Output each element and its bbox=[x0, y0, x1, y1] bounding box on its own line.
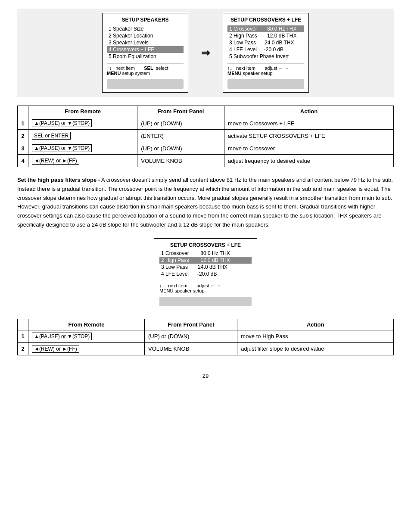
crossover-item-4: 4 LFE Level -20.0 dB bbox=[227, 46, 304, 53]
remote-cell: ▲(PAUSE) or ▼(STOP) bbox=[28, 330, 145, 342]
speaker-item-2: 2 Speaker Location bbox=[107, 32, 184, 39]
table-1: From Remote From Front Panel Action 1 ▲(… bbox=[17, 106, 394, 167]
remote-cell: ◄(REW) or ►(FF) bbox=[28, 342, 145, 355]
remote-cell: ◄(REW) or ►(FF) bbox=[28, 155, 137, 167]
table1-col2-header: From Front Panel bbox=[137, 106, 224, 117]
speaker-item-3: 3 Speaker Levels bbox=[107, 39, 184, 46]
table1-col0-header bbox=[18, 106, 28, 117]
table-row: 4 ◄(REW) or ►(FF) VOLUME KNOB adjust fre… bbox=[18, 155, 394, 167]
table2-col0-header bbox=[18, 319, 28, 330]
table-row: 1 ▲(PAUSE) or ▼(STOP) (UP) or (DOWN) mov… bbox=[18, 117, 394, 130]
table2-header-row: From Remote From Front Panel Action bbox=[18, 319, 394, 330]
table2-col1-header: From Remote bbox=[28, 319, 145, 330]
right-nav-hint: ↑↓ next item adjust ← → MENU speaker set… bbox=[227, 63, 304, 76]
center-display-bar bbox=[159, 297, 252, 306]
left-display-bar bbox=[107, 79, 184, 89]
table-2: From Remote From Front Panel Action 1 ▲(… bbox=[17, 319, 394, 355]
remote-cell: ▲(PAUSE) or ▼(STOP) bbox=[28, 142, 137, 155]
action-cell: activate SETUP CROSSOVERS + LFE bbox=[224, 130, 394, 142]
table-row: 2 ◄(REW) or ►(FF) VOLUME KNOB adjust fil… bbox=[18, 342, 394, 355]
crossover-item-3: 3 Low Pass 24.0 dB THX bbox=[227, 39, 304, 46]
panel-cell: VOLUME KNOB bbox=[145, 342, 237, 355]
remote-cell: SEL or ENTER bbox=[28, 130, 137, 142]
setup-speakers-title: SETUP SPEAKERS bbox=[107, 17, 184, 23]
top-diagram: SETUP SPEAKERS 1 Speaker Size 2 Speaker … bbox=[17, 9, 394, 97]
panel-cell: (UP) or (DOWN) bbox=[137, 142, 224, 155]
body-text-content: A crossover doesn't simply send all cont… bbox=[17, 177, 393, 228]
center-item-3: 3 Low Pass 24.0 dB THX bbox=[159, 264, 252, 271]
row-num: 2 bbox=[18, 130, 28, 142]
center-item-1: 1 Crossover 80.0 Hz THX bbox=[159, 250, 252, 257]
arrow-icon: ⇒ bbox=[201, 47, 210, 59]
left-nav-hint: ↑↓ next item SEL select MENU setup syste… bbox=[107, 63, 184, 76]
center-nav-hint: ↑↓ next item adjust ← → MENU speaker set… bbox=[159, 281, 252, 293]
setup-speakers-box: SETUP SPEAKERS 1 Speaker Size 2 Speaker … bbox=[102, 13, 188, 93]
body-text: Set the high pass filters slope - A cros… bbox=[17, 176, 394, 230]
action-cell: move to High Pass bbox=[237, 330, 394, 342]
panel-cell: (UP) or (DOWN) bbox=[137, 117, 224, 130]
row-num: 1 bbox=[18, 330, 28, 342]
table1-header-row: From Remote From Front Panel Action bbox=[18, 106, 394, 117]
action-cell: adjust frequency to desired value bbox=[224, 155, 394, 167]
panel-cell: (UP) or (DOWN) bbox=[145, 330, 237, 342]
setup-crossovers-title: SETUP CROSSOVERS + LFE bbox=[227, 17, 304, 23]
crossover-item-5: 5 Subwoofer Phase Invert bbox=[227, 53, 304, 60]
table2-col2-header: From Front Panel bbox=[145, 319, 237, 330]
center-diagram: SETUP CROSSOVERS + LFE 1 Crossover 80.0 … bbox=[17, 238, 394, 310]
body-text-bold: Set the high pass filters slope - bbox=[17, 177, 100, 183]
row-num: 4 bbox=[18, 155, 28, 167]
row-num: 3 bbox=[18, 142, 28, 155]
row-num: 2 bbox=[18, 342, 28, 355]
action-cell: move to Crossover bbox=[224, 142, 394, 155]
speaker-item-5: 5 Room Equalization bbox=[107, 53, 184, 60]
table-row: 1 ▲(PAUSE) or ▼(STOP) (UP) or (DOWN) mov… bbox=[18, 330, 394, 342]
panel-cell: VOLUME KNOB bbox=[137, 155, 224, 167]
action-cell: move to Crossovers + LFE bbox=[224, 117, 394, 130]
action-cell: adjust filter slope to desired value bbox=[237, 342, 394, 355]
crossover-item-1: 1 Crossover 80.0 Hz THX bbox=[227, 25, 304, 32]
table1-col3-header: Action bbox=[224, 106, 394, 117]
setup-crossovers-box: SETUP CROSSOVERS + LFE 1 Crossover 80.0 … bbox=[223, 13, 309, 93]
table2-col3-header: Action bbox=[237, 319, 394, 330]
row-num: 1 bbox=[18, 117, 28, 130]
crossover-item-2: 2 High Pass 12.0 dB THX bbox=[227, 32, 304, 39]
table-row: 2 SEL or ENTER (ENTER) activate SETUP CR… bbox=[18, 130, 394, 142]
center-item-2: 2 High Pass 12.0 dB THX bbox=[159, 257, 252, 264]
speaker-item-1: 1 Speaker Size bbox=[107, 25, 184, 32]
table-row: 3 ▲(PAUSE) or ▼(STOP) (UP) or (DOWN) mov… bbox=[18, 142, 394, 155]
table1-col1-header: From Remote bbox=[28, 106, 137, 117]
speaker-item-4: 4 Crossovers + LFE bbox=[107, 46, 184, 53]
center-menu-title: SETUP CROSSOVERS + LFE bbox=[159, 242, 252, 248]
center-item-4: 4 LFE Level -20.0 dB bbox=[159, 271, 252, 277]
page-number: 29 bbox=[17, 373, 394, 379]
panel-cell: (ENTER) bbox=[137, 130, 224, 142]
right-display-bar bbox=[227, 79, 304, 89]
remote-cell: ▲(PAUSE) or ▼(STOP) bbox=[28, 117, 137, 130]
center-menu-box: SETUP CROSSOVERS + LFE 1 Crossover 80.0 … bbox=[154, 238, 257, 310]
